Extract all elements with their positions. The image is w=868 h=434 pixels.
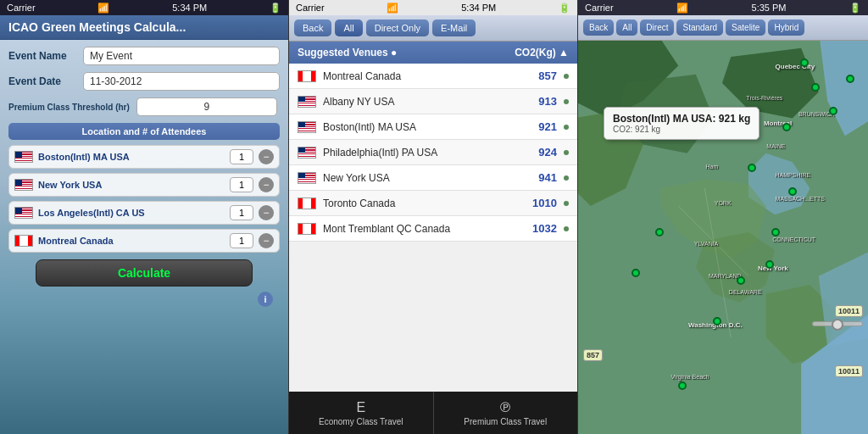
premium-input[interactable] (136, 97, 277, 116)
calculate-button[interactable]: Calculate (36, 259, 253, 287)
flag-venue-6 (298, 223, 316, 235)
map-pin-13[interactable] (655, 228, 664, 236)
time-1: 5:34 PM (172, 3, 207, 13)
panel-1-form: Carrier 📶 5:34 PM 🔋 ICAO Green Meetings … (0, 0, 289, 434)
map-pin-10[interactable] (846, 75, 854, 83)
direct-only-button[interactable]: Direct Only (366, 19, 429, 36)
map-pin-11[interactable] (678, 381, 687, 390)
venue-row-2[interactable]: Boston(Intl) MA USA 921 (289, 114, 577, 140)
venue-dot-5 (564, 201, 569, 206)
all-button-2[interactable]: All (335, 19, 362, 36)
map-pin-0[interactable] (782, 123, 791, 131)
venue-co2-3: 924 (526, 146, 557, 159)
location-name-2: Los Angeles(Intl) CA US (38, 208, 225, 218)
time-3: 5:35 PM (752, 3, 787, 13)
venue-row-1[interactable]: Albany NY USA 913 (289, 89, 577, 114)
venues-table-header: Suggested Venues ● CO2(Kg) ▲ (289, 42, 577, 64)
map-pin-8[interactable] (829, 107, 837, 115)
city-label-maine: MAINE (766, 143, 785, 149)
attendee-3[interactable] (230, 233, 253, 248)
venue-row-5[interactable]: Toronto Canada 1010 (289, 191, 577, 216)
economy-icon: Ε (356, 400, 365, 415)
carrier-2: Carrier (296, 3, 325, 13)
venue-name-2: Boston(Intl) MA USA (323, 121, 520, 133)
remove-location-3[interactable]: − (259, 233, 274, 248)
map-pin-12[interactable] (632, 269, 640, 277)
venue-row-0[interactable]: Montreal Canada 857 (289, 64, 577, 89)
battery-2: 🔋 (559, 3, 570, 14)
map-pin-9[interactable] (800, 58, 809, 67)
app-title: ICAO Green Meetings Calcula... (0, 15, 288, 40)
zoom-slider-track[interactable] (812, 321, 863, 326)
venue-co2-1: 913 (526, 95, 557, 108)
venue-name-6: Mont Tremblant QC Canada (323, 223, 520, 235)
economy-tab[interactable]: Ε Economy Class Travel (289, 392, 434, 434)
attendee-1[interactable] (230, 177, 253, 192)
form-content: Event Name Event Date Premium Class Thre… (0, 40, 288, 434)
map-label-10011b: 10011 (835, 365, 863, 377)
venue-row-4[interactable]: New York USA 941 (289, 165, 577, 191)
map-pin-7[interactable] (811, 83, 820, 92)
map-pin-3[interactable] (771, 228, 780, 236)
back-button-2[interactable]: Back (294, 19, 331, 36)
wifi-icon-1: 📶 (97, 3, 109, 14)
venue-co2-5: 1010 (526, 197, 557, 209)
flag-venue-4 (298, 172, 316, 184)
city-label-york: YORK (715, 200, 732, 206)
event-name-input[interactable] (83, 47, 280, 65)
flag-venue-0 (298, 70, 316, 82)
panel2-navbar: Back All Direct Only E-Mail (289, 15, 577, 42)
remove-location-0[interactable]: − (259, 149, 274, 164)
status-bar-1: Carrier 📶 5:34 PM 🔋 (0, 0, 288, 15)
info-icon[interactable]: i (258, 292, 273, 307)
attendee-2[interactable] (230, 205, 253, 220)
location-name-0: Boston(Intl) MA USA (38, 152, 225, 162)
city-label-mass: MASSACH...ETTS (776, 196, 825, 202)
map-area[interactable]: Quebec City Trois-Rivières Montreal MAIN… (578, 31, 868, 434)
tooltip-title: Boston(Intl) MA USA: 921 kg (613, 113, 750, 125)
map-label-857: 857 (583, 349, 603, 361)
venue-row-6[interactable]: Mont Tremblant QC Canada 1032 (289, 216, 577, 242)
premium-icon: ℗ (498, 399, 512, 415)
map-pin-5[interactable] (737, 276, 745, 285)
event-date-input[interactable] (83, 72, 280, 91)
city-label-trois: Trois-Rivières (746, 95, 782, 101)
venues-list: Montreal Canada 857 Albany NY USA 913 Bo… (289, 64, 577, 392)
co2-col-header: CO2(Kg) ▲ (515, 47, 569, 58)
venue-name-4: New York USA (323, 172, 520, 184)
attendee-0[interactable] (230, 149, 253, 164)
location-row-3: Montreal Canada − (8, 229, 280, 253)
city-label-virginia: Virginia Beach (670, 374, 709, 380)
flag-venue-1 (298, 96, 316, 108)
satelite-button[interactable]: Satelite (726, 19, 765, 36)
zoom-slider-thumb[interactable] (832, 319, 843, 331)
city-label-ct: CONNECTICUT (772, 236, 815, 242)
venue-co2-2: 921 (526, 120, 557, 133)
email-button[interactable]: E-Mail (432, 19, 476, 36)
venue-row-3[interactable]: Philadelphia(Intl) PA USA 924 (289, 140, 577, 165)
premium-tab[interactable]: ℗ Premium Class Travel (434, 392, 578, 434)
map-pin-2[interactable] (788, 187, 797, 196)
map-pin-1[interactable] (748, 164, 756, 172)
back-button-3[interactable]: Back (583, 19, 614, 36)
remove-location-2[interactable]: − (259, 205, 274, 220)
map-pin-4[interactable] (765, 260, 774, 269)
event-name-label: Event Name (8, 50, 76, 62)
flag-venue-5 (298, 198, 316, 209)
remove-location-1[interactable]: − (259, 177, 274, 192)
venue-name-3: Philadelphia(Intl) PA USA (323, 147, 520, 159)
city-label-ham: Ham (705, 164, 718, 170)
location-row-0: Boston(Intl) MA USA − (8, 145, 280, 169)
direct-button[interactable]: Direct (640, 19, 674, 36)
wifi-icon-3: 📶 (676, 3, 688, 14)
map-pin-6[interactable] (713, 317, 721, 326)
tooltip-subtitle: CO2: 921 kg (613, 125, 750, 134)
all-button-3[interactable]: All (616, 19, 637, 36)
location-row-2: Los Angeles(Intl) CA US − (8, 201, 280, 225)
venue-dot-0 (564, 74, 569, 79)
hybrid-button[interactable]: Hybrid (768, 19, 804, 36)
premium-label: Premium Class Threshold (hr) (8, 103, 130, 112)
event-name-row: Event Name (8, 47, 280, 65)
standard-button[interactable]: Standard (676, 19, 723, 36)
venue-co2-0: 857 (526, 70, 557, 82)
